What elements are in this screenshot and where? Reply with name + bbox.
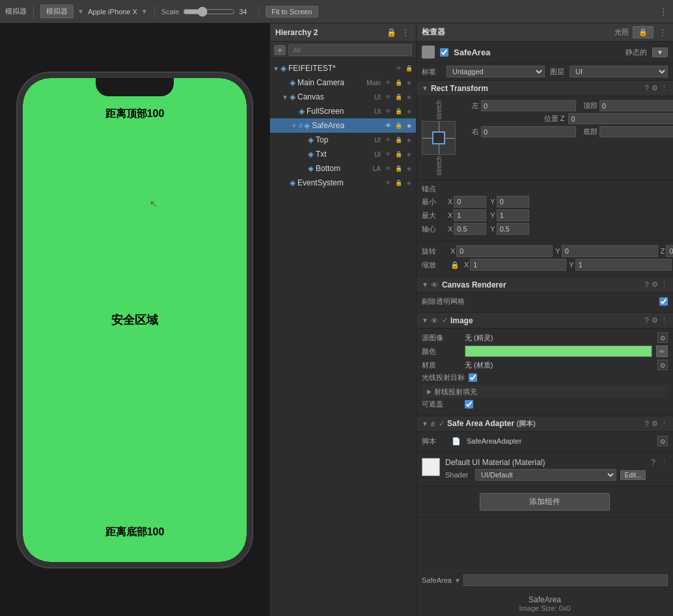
hierarchy-lock-icon[interactable]: 🔒 bbox=[385, 27, 398, 38]
rot-x-input[interactable] bbox=[456, 245, 553, 257]
material-edit-btn[interactable]: Edit... bbox=[620, 470, 646, 480]
max-x-input[interactable] bbox=[454, 209, 486, 221]
action-icon[interactable]: 👁 bbox=[383, 150, 392, 159]
color-picker[interactable] bbox=[465, 345, 652, 357]
hierarchy-add-btn[interactable]: + bbox=[274, 45, 286, 55]
hierarchy-search-input[interactable] bbox=[288, 44, 412, 56]
help-icon[interactable]: ? bbox=[644, 280, 649, 289]
action-icon2[interactable]: 🔒 bbox=[394, 92, 403, 101]
add-component-btn[interactable]: 添加组件 bbox=[480, 493, 610, 511]
action-icon[interactable]: 👁 bbox=[383, 92, 392, 101]
max-y-input[interactable] bbox=[497, 209, 529, 221]
scale-y-input[interactable] bbox=[575, 259, 672, 271]
safe-area-adapter-header[interactable]: ▼ # ✓ Safe Area Adapter (脚本) ? ⚙ ⋮ bbox=[417, 416, 673, 432]
action-icon3[interactable]: ◈ bbox=[404, 164, 413, 173]
inspector-lock-btn[interactable]: 🔒 bbox=[633, 26, 653, 38]
menu-icon[interactable]: ⋮ bbox=[661, 84, 668, 92]
inspector-title: 检查器 bbox=[422, 27, 611, 38]
shader-select[interactable]: UI/Default bbox=[475, 469, 616, 481]
sub-section-header[interactable]: ▶ 射线投射填充 bbox=[422, 385, 668, 398]
menu-icon[interactable]: ⋮ bbox=[661, 458, 668, 466]
list-item[interactable]: ◈ FullScreen UI 👁 🔒 ◈ bbox=[270, 104, 416, 118]
settings-icon[interactable]: ⚙ bbox=[652, 280, 658, 289]
scale-slider[interactable] bbox=[183, 7, 235, 17]
action-icon[interactable]: 👁 bbox=[383, 121, 392, 130]
pivot-y-input[interactable] bbox=[497, 223, 529, 235]
help-icon[interactable]: ? bbox=[644, 84, 649, 93]
action-icon3[interactable]: ◈ bbox=[404, 78, 413, 87]
list-item[interactable]: ▼ ◈ FEIFEITEST* 👁 🔒 bbox=[270, 61, 416, 75]
settings-icon[interactable]: ⚙ bbox=[652, 84, 658, 92]
maskable-checkbox[interactable] bbox=[465, 400, 473, 408]
action-icon[interactable]: 👁 bbox=[383, 78, 392, 87]
active-checkbox[interactable] bbox=[440, 48, 448, 57]
color-edit-btn[interactable]: ✏ bbox=[656, 345, 668, 357]
action-icon3[interactable]: ◈ bbox=[404, 135, 413, 144]
list-item[interactable]: ◈ Main Camera Main 👁 🔒 ◈ bbox=[270, 75, 416, 90]
action-icon[interactable]: 👁 bbox=[394, 64, 403, 73]
action-icon2[interactable]: 🔒 bbox=[394, 121, 403, 130]
cull-checkbox[interactable] bbox=[659, 297, 668, 306]
help-icon[interactable]: ? bbox=[644, 316, 649, 325]
bottom-input[interactable] bbox=[599, 126, 673, 137]
action-icon3[interactable]: ◈ bbox=[404, 178, 413, 187]
action-icon3[interactable]: ◈ bbox=[404, 121, 413, 130]
canvas-renderer-header[interactable]: ▼ 👁 Canvas Renderer ? ⚙ ⋮ bbox=[417, 277, 673, 293]
action-icon3[interactable]: ◈ bbox=[404, 92, 413, 101]
action-icon3[interactable]: ◈ bbox=[404, 107, 413, 116]
image-header[interactable]: ▼ 👁 ✓ Image ? ⚙ ⋮ bbox=[417, 313, 673, 328]
action-icon3[interactable]: ◈ bbox=[404, 150, 413, 159]
menu-dots-icon[interactable]: ⋮ bbox=[659, 7, 668, 17]
simulator-btn[interactable]: 模拟器 bbox=[40, 5, 74, 18]
left-input[interactable] bbox=[481, 100, 576, 111]
menu-icon[interactable]: ⋮ bbox=[661, 316, 668, 325]
fit-screen-btn[interactable]: Fit to Screen bbox=[266, 6, 318, 18]
action-icon[interactable]: 👁 bbox=[383, 107, 392, 116]
right-input[interactable] bbox=[481, 126, 576, 137]
layer-select[interactable]: UI bbox=[570, 66, 668, 77]
action-icon2[interactable]: 🔒 bbox=[394, 164, 403, 173]
help-icon[interactable]: ? bbox=[644, 420, 649, 429]
min-x-input[interactable] bbox=[454, 196, 486, 208]
source-select-btn[interactable]: ⊙ bbox=[657, 332, 668, 343]
action-icon2[interactable]: 🔒 bbox=[394, 135, 403, 144]
anchor-widget[interactable] bbox=[422, 121, 456, 155]
rot-z-input[interactable] bbox=[666, 245, 673, 257]
material-select-btn[interactable]: ⊙ bbox=[657, 360, 668, 370]
inspector-menu-icon[interactable]: ⋮ bbox=[657, 27, 668, 38]
menu-icon[interactable]: ⋮ bbox=[661, 280, 668, 289]
action-icon2[interactable]: 🔒 bbox=[394, 150, 403, 159]
hierarchy-menu-icon[interactable]: ⋮ bbox=[400, 27, 411, 38]
list-item[interactable]: ◈ Txt UI 👁 🔒 ◈ bbox=[270, 147, 416, 161]
pivot-x-input[interactable] bbox=[454, 223, 486, 235]
action-icon2[interactable]: 🔒 bbox=[394, 107, 403, 116]
posz-input[interactable] bbox=[568, 113, 673, 124]
list-item[interactable]: ◈ EventSystem 👁 🔒 ◈ bbox=[270, 176, 416, 190]
list-item[interactable]: ▼ # ◈ SafeArea 👁 🔒 ◈ bbox=[270, 118, 416, 133]
settings-icon[interactable]: ⚙ bbox=[652, 316, 658, 325]
action-icon2[interactable]: 🔒 bbox=[394, 178, 403, 187]
action-icon2[interactable]: 🔒 bbox=[404, 64, 413, 73]
menu-icon[interactable]: ⋮ bbox=[661, 420, 668, 428]
rect-transform-header[interactable]: ▼ Rect Transform ? ⚙ ⋮ bbox=[417, 81, 673, 96]
min-y-input[interactable] bbox=[497, 196, 529, 208]
list-item[interactable]: ▼ ◈ Canvas UI 👁 🔒 ◈ bbox=[270, 90, 416, 104]
eye-icon[interactable]: 👁 bbox=[431, 281, 438, 289]
list-item[interactable]: ◈ Bottom LA 👁 🔒 ◈ bbox=[270, 161, 416, 176]
script-select-btn[interactable]: ⊙ bbox=[657, 436, 668, 446]
action-icon[interactable]: 👁 bbox=[383, 135, 392, 144]
action-icon[interactable]: 👁 bbox=[383, 164, 392, 173]
top-input[interactable] bbox=[599, 100, 673, 111]
settings-icon[interactable]: ⚙ bbox=[652, 420, 658, 428]
tag-select[interactable]: Untagged bbox=[446, 66, 545, 77]
script-label: 脚本 bbox=[422, 436, 448, 446]
scale-x-input[interactable] bbox=[470, 259, 566, 271]
eye-icon[interactable]: 👁 bbox=[431, 317, 438, 325]
action-icon2[interactable]: 🔒 bbox=[394, 78, 403, 87]
list-item[interactable]: ◈ Top UI 👁 🔒 ◈ bbox=[270, 133, 416, 147]
help-icon[interactable]: ? bbox=[651, 458, 655, 467]
rot-y-input[interactable] bbox=[562, 245, 658, 257]
static-dropdown-btn[interactable]: ▼ bbox=[652, 47, 668, 57]
raycast-checkbox[interactable] bbox=[469, 373, 477, 382]
action-icon[interactable]: 👁 bbox=[383, 178, 392, 187]
